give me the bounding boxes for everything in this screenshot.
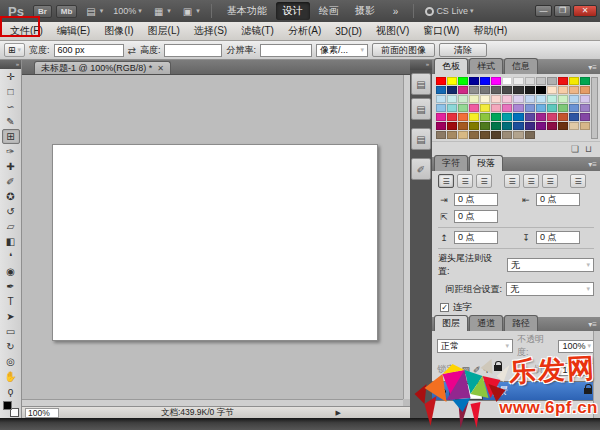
- swatch-41[interactable]: [580, 95, 590, 103]
- bridge-button[interactable]: Br: [33, 5, 52, 18]
- layers-tab-图层[interactable]: 图层: [434, 315, 468, 331]
- height-input[interactable]: [164, 44, 222, 57]
- horizontal-scrollbar[interactable]: [22, 399, 403, 406]
- swatch-31[interactable]: [469, 95, 479, 103]
- swatch-26[interactable]: [569, 86, 579, 94]
- align-right-button[interactable]: ☰: [476, 174, 492, 188]
- swatches-tab-色板[interactable]: 色板: [434, 58, 468, 74]
- healing-brush-tool[interactable]: ✚: [2, 159, 20, 174]
- menu-item-选择(S)[interactable]: 选择(S): [187, 22, 234, 40]
- layers-panel-menu-icon[interactable]: ▾≡: [588, 320, 597, 329]
- swatch-13[interactable]: [580, 77, 590, 85]
- restore-button[interactable]: ❐: [554, 5, 571, 17]
- vertical-scrollbar[interactable]: [403, 75, 410, 399]
- resolution-unit-select[interactable]: 像素/...▾: [316, 44, 368, 57]
- swatch-38[interactable]: [547, 95, 557, 103]
- width-input[interactable]: 600 px: [54, 44, 124, 57]
- swatch-34[interactable]: [502, 95, 512, 103]
- justify-last-right-button[interactable]: ☰: [542, 174, 558, 188]
- front-image-button[interactable]: 前面的图像: [372, 43, 435, 57]
- visibility-toggle[interactable]: [432, 382, 450, 400]
- menu-item-滤镜(T)[interactable]: 滤镜(T): [234, 22, 281, 40]
- swatch-25[interactable]: [558, 86, 568, 94]
- fill-value[interactable]: 100%▾: [558, 363, 595, 376]
- 3d-orbit-tool[interactable]: ◎: [2, 354, 20, 369]
- document-tab[interactable]: 未标题-1 @ 100%(RGB/8) * ✕: [34, 61, 171, 74]
- zoom-level-dropdown[interactable]: 100%▾: [110, 6, 145, 16]
- indent-right-input[interactable]: 0 点: [536, 193, 580, 206]
- workspace-tab-基本功能[interactable]: 基本功能: [220, 2, 274, 20]
- swatch-23[interactable]: [536, 86, 546, 94]
- layer-thumbnail[interactable]: [456, 384, 482, 399]
- menu-item-窗口(W)[interactable]: 窗口(W): [416, 22, 466, 40]
- menu-item-编辑(E)[interactable]: 编辑(E): [50, 22, 97, 40]
- swatch-77[interactable]: [513, 122, 523, 130]
- lock-all-icon[interactable]: [494, 365, 502, 371]
- align-center-button[interactable]: ☰: [457, 174, 473, 188]
- swatch-75[interactable]: [491, 122, 501, 130]
- swatch-50[interactable]: [525, 104, 535, 112]
- menu-item-图层(L)[interactable]: 图层(L): [141, 22, 187, 40]
- dock-panel-icon-3[interactable]: ▤: [411, 128, 431, 150]
- dock-collapse-button[interactable]: »: [410, 60, 432, 70]
- swatch-54[interactable]: [569, 104, 579, 112]
- swatch-49[interactable]: [513, 104, 523, 112]
- swatch-70[interactable]: [436, 122, 446, 130]
- canvas[interactable]: [52, 144, 378, 341]
- swatch-45[interactable]: [469, 104, 479, 112]
- workspace-tab-摄影[interactable]: 摄影: [348, 2, 382, 20]
- swatch-27[interactable]: [580, 86, 590, 94]
- swatch-32[interactable]: [480, 95, 490, 103]
- dock-panel-icon-1[interactable]: ▤: [411, 73, 431, 95]
- swatch-90[interactable]: [502, 131, 512, 139]
- pen-tool[interactable]: ✒: [2, 279, 20, 294]
- paragraph-tab-段落[interactable]: 段落: [469, 155, 503, 171]
- swatch-17[interactable]: [469, 86, 479, 94]
- resolution-input[interactable]: [260, 44, 312, 57]
- swatch-83[interactable]: [580, 122, 590, 130]
- swatch-30[interactable]: [458, 95, 468, 103]
- screen-mode-dropdown[interactable]: ▣▾: [178, 6, 203, 17]
- tools-panel-collapse[interactable]: »: [0, 60, 21, 69]
- swatch-19[interactable]: [491, 86, 501, 94]
- layers-tab-路径[interactable]: 路径: [504, 315, 538, 331]
- swatch-11[interactable]: [558, 77, 568, 85]
- swatch-29[interactable]: [447, 95, 457, 103]
- swatch-14[interactable]: [436, 86, 446, 94]
- 3d-rotate-tool[interactable]: ↻: [2, 339, 20, 354]
- swatch-89[interactable]: [491, 131, 501, 139]
- swatch-43[interactable]: [447, 104, 457, 112]
- swatch-44[interactable]: [458, 104, 468, 112]
- layers-tab-通道[interactable]: 通道: [469, 315, 503, 331]
- swatch-60[interactable]: [480, 113, 490, 121]
- swatch-86[interactable]: [458, 131, 468, 139]
- opacity-value[interactable]: 100%▾: [558, 340, 595, 353]
- swatch-5[interactable]: [491, 77, 501, 85]
- swatch-62[interactable]: [502, 113, 512, 121]
- swatch-58[interactable]: [458, 113, 468, 121]
- swatch-12[interactable]: [569, 77, 579, 85]
- tool-preset-picker[interactable]: ⊞▾: [4, 43, 25, 57]
- blur-tool[interactable]: ❛: [2, 249, 20, 264]
- menu-item-帮助(H)[interactable]: 帮助(H): [466, 22, 514, 40]
- kinsoku-select[interactable]: 无▾: [507, 258, 594, 272]
- swatch-57[interactable]: [447, 113, 457, 121]
- swatch-2[interactable]: [458, 77, 468, 85]
- workspace-tab-设计[interactable]: 设计: [276, 2, 310, 20]
- swatch-20[interactable]: [502, 86, 512, 94]
- path-selection-tool[interactable]: ➤: [2, 309, 20, 324]
- foreground-color-chip[interactable]: [3, 401, 12, 410]
- menu-item-视图(V)[interactable]: 视图(V): [369, 22, 416, 40]
- swatch-80[interactable]: [547, 122, 557, 130]
- swatch-8[interactable]: [525, 77, 535, 85]
- justify-last-center-button[interactable]: ☰: [523, 174, 539, 188]
- swatch-72[interactable]: [458, 122, 468, 130]
- dock-panel-icon-4[interactable]: ✐: [411, 158, 431, 180]
- swatches-tab-信息[interactable]: 信息: [504, 58, 538, 74]
- swatches-panel-menu-icon[interactable]: ▾≡: [588, 63, 597, 72]
- hyphenate-checkbox[interactable]: ✓: [440, 303, 449, 312]
- swatch-15[interactable]: [447, 86, 457, 94]
- arrange-documents-dropdown[interactable]: ▦▾: [149, 6, 174, 17]
- swatch-67[interactable]: [558, 113, 568, 121]
- dock-panel-icon-2[interactable]: ▤: [411, 98, 431, 120]
